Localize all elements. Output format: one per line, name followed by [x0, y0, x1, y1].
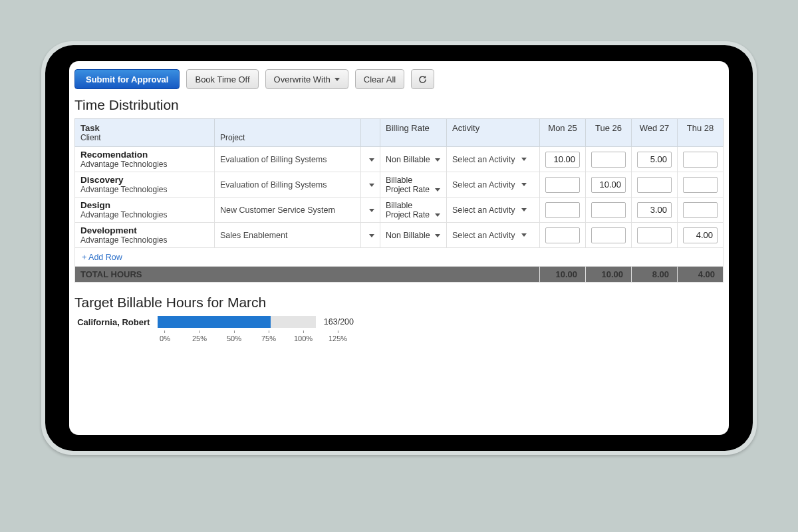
hours-input[interactable]	[683, 152, 718, 168]
activity-value: Select an Activity	[452, 205, 515, 215]
totals-day-0: 10.00	[540, 267, 586, 283]
billing-rate-dropdown[interactable]: BillableProject Rate	[380, 198, 447, 223]
task-dropdown[interactable]	[361, 147, 380, 172]
hours-input[interactable]	[545, 202, 580, 218]
hours-cell	[586, 147, 632, 172]
hours-cell	[540, 198, 586, 223]
axis-tick: 75%	[261, 331, 276, 342]
billing-rate-dropdown[interactable]: Non Billable	[380, 223, 447, 248]
task-cell: DevelopmentAdvantage Technologies	[75, 223, 215, 248]
billing-rate-sub: Project Rate	[386, 185, 430, 194]
billable-value-label: 163/200	[324, 317, 354, 327]
hours-cell	[540, 147, 586, 172]
billable-bar-track	[158, 316, 316, 328]
chevron-down-icon	[435, 158, 440, 162]
project-cell: Sales Enablement	[215, 223, 361, 248]
project-cell: Evaluation of Billing Systems	[215, 147, 361, 172]
hours-input[interactable]	[545, 177, 580, 193]
col-day-1: Tue 26	[586, 119, 632, 147]
refresh-button[interactable]	[411, 69, 434, 89]
task-cell: RecomendationAdvantage Technologies	[75, 147, 215, 172]
hours-input[interactable]	[637, 202, 672, 218]
col-task: Task Client	[75, 119, 215, 147]
task-client: Advantage Technologies	[80, 235, 209, 245]
billing-rate-value: Billable	[386, 201, 412, 210]
axis-tick: 25%	[192, 331, 207, 342]
totals-day-3: 4.00	[678, 267, 724, 283]
hours-input[interactable]	[545, 152, 580, 168]
table-row: DevelopmentAdvantage TechnologiesSales E…	[75, 223, 724, 248]
hours-input[interactable]	[683, 177, 718, 193]
billable-person-name: California, Robert	[74, 317, 154, 327]
app-screen: Submit for Approval Book Time Off Overwr…	[69, 61, 729, 435]
task-client: Advantage Technologies	[80, 160, 209, 169]
target-billable-title: Target Billable Hours for March	[74, 295, 724, 311]
billable-hours-chart: California, Robert 163/200 0%25%50%75%10…	[74, 316, 354, 342]
task-dropdown[interactable]	[361, 223, 380, 248]
task-dropdown[interactable]	[361, 172, 380, 198]
hours-input[interactable]	[591, 152, 626, 168]
billing-rate-value: Non Billable	[386, 231, 430, 240]
clear-all-button[interactable]: Clear All	[355, 69, 404, 89]
task-name: Development	[80, 225, 209, 235]
tablet-bezel: Submit for Approval Book Time Off Overwr…	[45, 45, 753, 451]
chevron-down-icon	[369, 158, 374, 162]
axis-tick: 50%	[227, 331, 241, 342]
hours-input[interactable]	[591, 202, 626, 218]
overwrite-with-label: Overwrite With	[274, 74, 331, 84]
totals-day-1: 10.00	[586, 267, 632, 283]
task-dropdown[interactable]	[361, 198, 380, 223]
tablet-frame: Submit for Approval Book Time Off Overwr…	[41, 41, 757, 455]
book-time-off-button[interactable]: Book Time Off	[186, 69, 258, 89]
activity-dropdown[interactable]: Select an Activity	[447, 147, 540, 172]
chevron-down-icon	[521, 158, 527, 161]
billing-rate-dropdown[interactable]: Non Billable	[380, 147, 447, 172]
task-name: Recomendation	[80, 150, 209, 160]
activity-dropdown[interactable]: Select an Activity	[447, 198, 540, 223]
chevron-down-icon	[435, 234, 440, 237]
chevron-down-icon	[369, 209, 374, 212]
hours-input[interactable]	[683, 227, 718, 243]
project-cell: Evaluation of Billing Systems	[215, 172, 361, 198]
hours-cell	[678, 172, 724, 198]
hours-input[interactable]	[545, 227, 580, 243]
chevron-down-icon	[521, 208, 527, 211]
hours-input[interactable]	[637, 152, 672, 168]
chevron-down-icon	[369, 184, 374, 187]
overwrite-with-dropdown[interactable]: Overwrite With	[265, 69, 348, 89]
hours-input[interactable]	[591, 227, 626, 243]
chevron-down-icon	[521, 233, 527, 237]
time-distribution-title: Time Distribution	[74, 97, 724, 113]
activity-dropdown[interactable]: Select an Activity	[447, 172, 540, 198]
toolbar: Submit for Approval Book Time Off Overwr…	[74, 68, 724, 96]
add-row-link[interactable]: + Add Row	[82, 253, 122, 262]
chevron-down-icon	[369, 234, 374, 237]
col-task-dropdown	[361, 119, 380, 147]
hours-cell	[678, 147, 724, 172]
col-activity: Activity	[447, 119, 540, 147]
activity-dropdown[interactable]: Select an Activity	[447, 223, 540, 248]
chevron-down-icon	[334, 78, 340, 81]
axis-tick: 125%	[329, 331, 347, 342]
hours-cell	[540, 172, 586, 198]
task-cell: DiscoveryAdvantage Technologies	[75, 172, 215, 198]
activity-value: Select an Activity	[452, 180, 515, 190]
hours-cell	[632, 172, 678, 198]
table-row: RecomendationAdvantage TechnologiesEvalu…	[75, 147, 724, 172]
submit-for-approval-button[interactable]: Submit for Approval	[74, 69, 180, 89]
activity-value: Select an Activity	[452, 231, 515, 240]
hours-cell	[586, 198, 632, 223]
table-row: DiscoveryAdvantage TechnologiesEvaluatio…	[75, 172, 724, 198]
billing-rate-dropdown[interactable]: BillableProject Rate	[380, 172, 447, 198]
hours-input[interactable]	[591, 177, 626, 193]
hours-input[interactable]	[683, 202, 718, 218]
billable-axis: 0%25%50%75%100%125%	[165, 331, 381, 342]
billing-rate-value: Billable	[386, 176, 412, 185]
hours-input[interactable]	[637, 177, 672, 193]
task-name: Discovery	[80, 175, 209, 185]
task-name: Design	[80, 200, 209, 210]
axis-tick: 0%	[160, 331, 170, 342]
hours-cell	[586, 223, 632, 248]
hours-cell	[632, 198, 678, 223]
hours-input[interactable]	[637, 227, 672, 243]
